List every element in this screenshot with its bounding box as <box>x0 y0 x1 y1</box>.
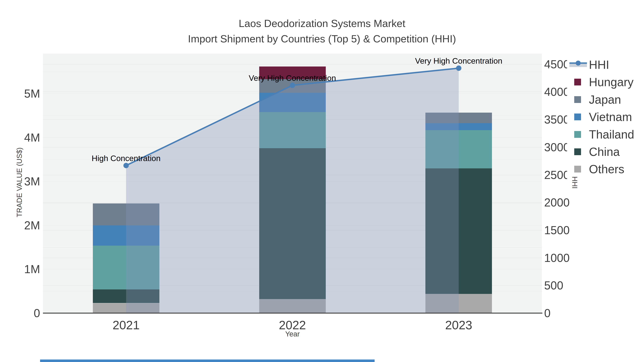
legend-label-others: Others <box>589 163 624 175</box>
legend-swatch-hungary <box>574 79 581 85</box>
y-axis-left-title: TRADE VALUE (US$) <box>15 147 24 218</box>
y-left-tick-1M: 1M <box>0 263 40 276</box>
legend-item-thailand[interactable]: Thailand <box>567 127 644 141</box>
x-axis-line <box>43 313 542 314</box>
legend-item-hungary[interactable]: Hungary <box>567 75 644 89</box>
chart-figure: Laos Deodorization Systems Market Import… <box>0 0 644 362</box>
legend-label-thailand: Thailand <box>589 128 634 141</box>
legend: HHIHungaryJapanVietnamThailandChinaOther… <box>567 58 644 183</box>
y-left-tick-0: 0 <box>0 307 40 320</box>
hhi-line-layer <box>43 54 542 313</box>
x-tick-2023: 2023 <box>423 318 494 332</box>
legend-label-japan: Japan <box>589 93 621 106</box>
legend-swatch-japan <box>574 96 581 103</box>
annotation-2022: Very High Concentration <box>212 73 373 83</box>
y-left-tick-5M: 5M <box>0 87 40 100</box>
legend-swatch-vietnam <box>574 113 581 120</box>
bottom-accent-bar <box>40 360 374 362</box>
legend-label-hhi: HHI <box>589 58 609 71</box>
annotation-2023: Very High Concentration <box>378 56 539 66</box>
legend-label-hungary: Hungary <box>589 76 634 88</box>
legend-swatch-others <box>574 166 581 173</box>
y-right-tick-0: 0 <box>544 307 644 320</box>
x-axis-title: Year <box>257 330 328 338</box>
legend-swatch-china <box>574 148 581 155</box>
y-right-tick-1500: 1500 <box>544 224 644 237</box>
hhi-legend-glyph-icon <box>570 60 587 69</box>
legend-label-vietnam: Vietnam <box>589 111 632 123</box>
y-left-tick-4M: 4M <box>0 131 40 144</box>
hhi-marker-2021 <box>124 163 129 168</box>
chart-title: Laos Deodorization Systems Market <box>0 16 644 31</box>
y-right-tick-2000: 2000 <box>544 196 644 209</box>
legend-item-vietnam[interactable]: Vietnam <box>567 110 644 124</box>
chart-subtitle: Import Shipment by Countries (Top 5) & C… <box>0 31 644 46</box>
hhi-marker-2022 <box>290 83 295 88</box>
hhi-marker-2023 <box>456 65 461 71</box>
y-right-tick-500: 500 <box>544 279 644 292</box>
y-left-tick-2M: 2M <box>0 219 40 232</box>
y-axis-right-title: HHI <box>571 174 579 191</box>
legend-item-china[interactable]: China <box>567 144 644 159</box>
legend-item-hhi[interactable]: HHI <box>567 57 644 72</box>
y-right-tick-1000: 1000 <box>544 251 644 265</box>
hhi-area-fill <box>126 68 459 313</box>
legend-swatch-thailand <box>574 131 581 138</box>
x-tick-2021: 2021 <box>90 318 162 332</box>
legend-item-japan[interactable]: Japan <box>567 92 644 106</box>
legend-label-china: China <box>589 145 620 158</box>
hhi-marker-swatch <box>576 61 581 66</box>
annotation-2021: High Concentration <box>46 154 206 163</box>
